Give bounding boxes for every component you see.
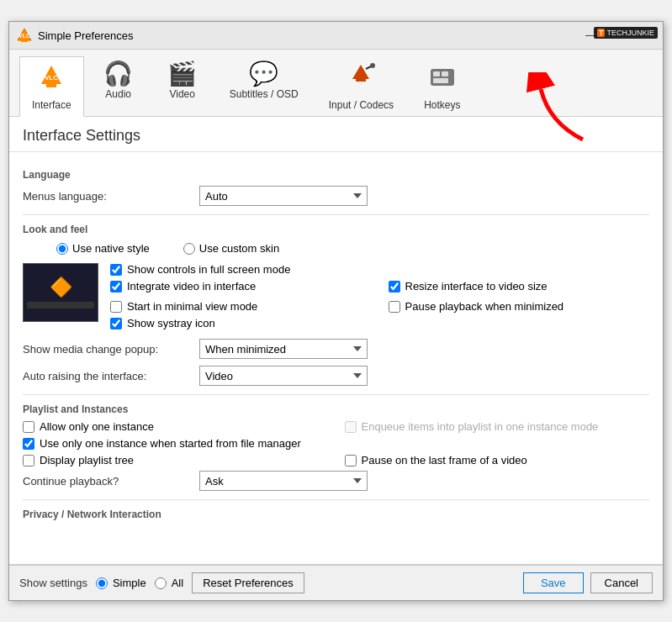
interface-icon: VLC — [36, 62, 66, 97]
systray-label[interactable]: Show systray icon — [110, 317, 649, 329]
fullscreen-controls-text: Show controls in full screen mode — [127, 263, 290, 276]
svg-rect-11 — [433, 71, 440, 76]
pause-minimized-checkbox[interactable] — [389, 301, 400, 313]
vlc-title-icon: VLC — [16, 27, 33, 44]
show-settings-label: Show settings — [19, 577, 87, 589]
vlc-preview: 🔶 — [23, 263, 98, 322]
tab-input-label: Input / Codecs — [329, 99, 394, 111]
one-instance-label[interactable]: Allow only one instance — [23, 420, 328, 433]
media-popup-select[interactable]: Always When minimized Never — [199, 339, 368, 359]
input-icon — [346, 62, 376, 97]
tabs-bar: VLC Interface 🎧 Audio 🎬 Video 💬 Subtitle… — [9, 50, 663, 117]
svg-marker-6 — [352, 65, 369, 79]
integrate-video-checkbox[interactable] — [110, 281, 122, 293]
checkboxes-two-col: Integrate video in interface Resize inte… — [110, 280, 649, 317]
tab-audio-label: Audio — [105, 88, 131, 100]
resize-interface-checkbox[interactable] — [389, 281, 400, 293]
all-radio-label[interactable]: All — [155, 577, 183, 589]
fullscreen-controls-checkbox[interactable] — [110, 264, 122, 276]
tab-subtitles[interactable]: 💬 Subtitles / OSD — [217, 56, 311, 116]
preview-controls — [27, 302, 94, 308]
pause-last-frame-checkbox[interactable] — [345, 455, 357, 466]
cancel-button[interactable]: Cancel — [590, 572, 653, 593]
simple-radio[interactable] — [96, 577, 108, 589]
resize-interface-label[interactable]: Resize interface to video size — [389, 280, 650, 293]
subtitles-icon: 💬 — [249, 62, 278, 86]
playlist-tree-label[interactable]: Display playlist tree — [23, 454, 328, 466]
pause-minimized-label[interactable]: Pause playback when minimized — [389, 300, 650, 313]
fullscreen-controls-label[interactable]: Show controls in full screen mode — [110, 263, 649, 276]
playlist-tree-checkbox[interactable] — [23, 455, 34, 466]
custom-skin-radio[interactable] — [183, 243, 195, 255]
integrate-video-label[interactable]: Integrate video in interface — [110, 280, 372, 293]
auto-raising-select[interactable]: Never Video Always — [199, 366, 368, 386]
tab-video-label: Video — [169, 88, 194, 100]
simple-radio-text: Simple — [113, 577, 146, 589]
custom-skin-label[interactable]: Use custom skin — [183, 242, 279, 255]
divider-3 — [23, 499, 649, 500]
playlist-bottom-checkboxes: Display playlist tree Pause on the last … — [23, 454, 649, 471]
tab-input[interactable]: Input / Codecs — [316, 56, 406, 116]
content-area: Interface Settings Language Menus langua… — [9, 117, 663, 565]
pause-last-frame-label[interactable]: Pause on the last frame of a video — [345, 454, 650, 466]
svg-text:VLC: VLC — [19, 33, 30, 39]
tab-subtitles-label: Subtitles / OSD — [230, 88, 299, 100]
playlist-tree-text: Display playlist tree — [40, 454, 134, 466]
systray-text: Show systray icon — [127, 317, 215, 329]
content-header: Interface Settings — [9, 117, 663, 152]
one-instance-checkbox[interactable] — [23, 421, 34, 433]
file-manager-instance-label[interactable]: Use only one instance when started from … — [23, 437, 649, 450]
media-popup-row: Show media change popup: Always When min… — [23, 339, 649, 359]
tab-interface[interactable]: VLC Interface — [19, 56, 84, 117]
pause-last-frame-text: Pause on the last frame of a video — [362, 454, 527, 466]
menus-language-label: Menus language: — [23, 190, 199, 203]
language-group-label: Language — [23, 169, 649, 181]
video-icon: 🎬 — [167, 62, 197, 86]
menus-language-select[interactable]: Auto English French German Spanish — [199, 186, 368, 206]
section-title: Interface Settings — [23, 127, 140, 144]
style-radio-group: Use native style Use custom skin — [56, 242, 649, 255]
auto-raising-row: Auto raising the interface: Never Video … — [23, 366, 649, 386]
svg-text:VLC: VLC — [45, 74, 58, 82]
simple-radio-label[interactable]: Simple — [96, 577, 146, 589]
file-manager-instance-text: Use only one instance when started from … — [40, 437, 301, 450]
playlist-checkboxes: Allow only one instance Enqueue items in… — [23, 420, 649, 437]
tab-hotkeys[interactable]: Hotkeys — [411, 56, 473, 116]
pause-minimized-text: Pause playback when minimized — [405, 300, 564, 313]
save-button[interactable]: Save — [523, 572, 584, 593]
corner-logo: TTECHJUNKIE — [594, 27, 658, 39]
tab-audio[interactable]: 🎧 Audio — [89, 56, 148, 116]
privacy-group-label: Privacy / Network Interaction — [23, 509, 649, 520]
scrollable-content[interactable]: Language Menus language: Auto English Fr… — [9, 152, 663, 564]
continue-playback-select[interactable]: Ask Always Never — [199, 471, 368, 491]
divider-1 — [23, 214, 649, 215]
audio-icon: 🎧 — [103, 62, 133, 86]
hotkeys-icon — [427, 62, 458, 97]
bottom-right: Save Cancel — [523, 572, 653, 593]
svg-rect-7 — [356, 78, 366, 82]
all-radio[interactable] — [155, 577, 167, 589]
minimal-view-label[interactable]: Start in minimal view mode — [110, 300, 372, 313]
menus-language-row: Menus language: Auto English French Germ… — [23, 186, 649, 206]
native-style-label[interactable]: Use native style — [56, 242, 150, 255]
playlist-group-label: Playlist and Instances — [23, 403, 649, 415]
bottom-bar: Show settings Simple All Reset Preferenc… — [9, 565, 663, 600]
minimal-view-checkbox[interactable] — [110, 301, 122, 313]
enqueue-label: Enqueue items into playlist in one insta… — [345, 420, 650, 433]
tab-hotkeys-label: Hotkeys — [424, 99, 460, 111]
integrate-video-text: Integrate video in interface — [127, 280, 256, 293]
tab-interface-label: Interface — [32, 99, 71, 111]
svg-rect-12 — [442, 71, 448, 76]
one-instance-text: Allow only one instance — [40, 420, 154, 433]
enqueue-text: Enqueue items into playlist in one insta… — [362, 420, 599, 433]
reset-preferences-button[interactable]: Reset Preferences — [192, 572, 304, 593]
file-manager-instance-checkbox[interactable] — [23, 438, 34, 450]
svg-rect-13 — [433, 78, 448, 83]
systray-checkbox[interactable] — [110, 318, 122, 329]
resize-interface-text: Resize interface to video size — [405, 280, 548, 293]
media-popup-label: Show media change popup: — [23, 343, 199, 356]
tab-video[interactable]: 🎬 Video — [153, 56, 212, 116]
look-feel-group-label: Look and feel — [23, 224, 649, 235]
native-style-radio[interactable] — [56, 243, 68, 255]
window-title: Simple Preferences — [38, 29, 133, 42]
